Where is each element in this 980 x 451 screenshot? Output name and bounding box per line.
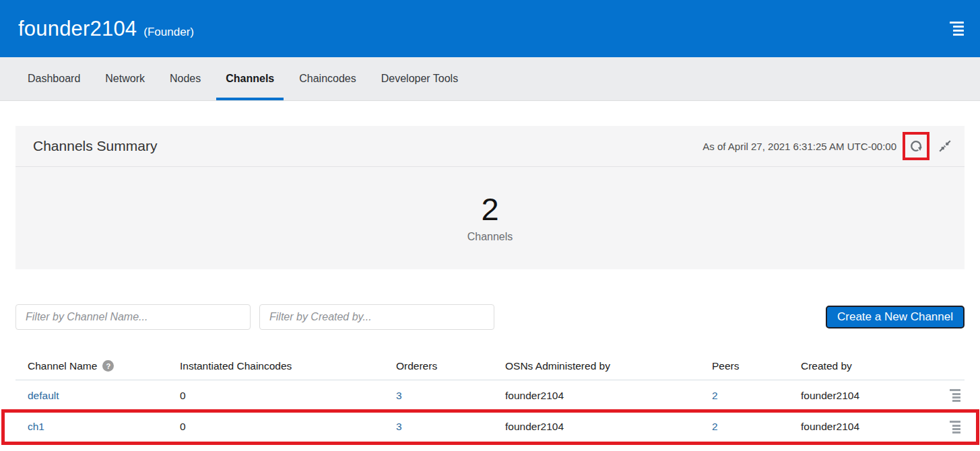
row-actions-menu-icon[interactable] (944, 419, 960, 435)
filter-created-by-input[interactable] (259, 304, 494, 330)
table-row-default: default 0 3 founder2104 2 founder2104 (15, 380, 965, 411)
cell-peers: 2 (712, 390, 801, 402)
menu-bar (953, 30, 964, 32)
menu-bar (952, 396, 960, 398)
panel-tools: As of April 27, 2021 6:31:25 AM UTC-00:0… (703, 132, 955, 160)
tab-nodes[interactable]: Nodes (160, 57, 210, 100)
channels-metric: 2 Channels (467, 193, 513, 243)
app-header: founder2104 (Founder) (0, 0, 980, 57)
cell-instantiated-chaincodes: 0 (180, 390, 396, 402)
column-peers: Peers (712, 360, 801, 372)
help-icon[interactable]: ? (102, 360, 114, 372)
menu-bar (952, 400, 960, 402)
tab-bar: Dashboard Network Nodes Channels Chainco… (0, 57, 980, 101)
tab-channels[interactable]: Channels (216, 57, 284, 100)
channel-link-ch1[interactable]: ch1 (28, 421, 44, 432)
page: founder2104 (Founder) Dashboard Network … (0, 0, 980, 451)
cell-osns-administered-by: founder2104 (505, 421, 712, 433)
channel-link-default[interactable]: default (28, 390, 59, 401)
cell-channel-name: ch1 (28, 421, 180, 433)
channels-count: 2 (467, 193, 513, 225)
orderers-link[interactable]: 3 (396, 390, 402, 401)
main-content: Channels Summary As of April 27, 2021 6:… (0, 101, 980, 442)
column-label: Channel Name (28, 360, 97, 372)
column-osns-administered-by: OSNs Administered by (505, 360, 712, 372)
page-title: founder2104 (18, 17, 137, 41)
cell-instantiated-chaincodes: 0 (180, 421, 396, 433)
orderers-link[interactable]: 3 (396, 421, 402, 432)
cell-created-by: founder2104 (801, 390, 934, 402)
cell-channel-name: default (28, 390, 180, 402)
tab-developer-tools[interactable]: Developer Tools (372, 57, 467, 100)
create-channel-button[interactable]: Create a New Channel (826, 306, 965, 328)
collapse-panel-button[interactable] (935, 136, 955, 156)
menu-bar (953, 34, 964, 36)
menu-bar (953, 26, 964, 28)
channels-summary-panel: Channels Summary As of April 27, 2021 6:… (15, 126, 965, 269)
menu-bar (952, 425, 960, 427)
column-channel-name: Channel Name ? (28, 360, 180, 372)
page-subtitle: (Founder) (143, 26, 194, 39)
channels-table: Channel Name ? Instantiated Chaincodes O… (15, 352, 965, 442)
filter-channel-name-input[interactable] (15, 304, 251, 330)
filter-toolbar: Create a New Channel (15, 304, 965, 330)
cell-orderers: 3 (396, 390, 505, 402)
as-of-timestamp: As of April 27, 2021 6:31:25 AM UTC-00:0… (703, 141, 896, 152)
tab-network[interactable]: Network (96, 57, 154, 100)
menu-bar (950, 22, 964, 24)
menu-bar (952, 393, 960, 395)
refresh-button[interactable] (903, 132, 929, 160)
cell-created-by: founder2104 (801, 421, 934, 433)
cell-peers: 2 (712, 421, 801, 433)
refresh-icon (909, 139, 923, 153)
collapse-icon (938, 139, 952, 153)
cell-orderers: 3 (396, 421, 505, 433)
header-menu-icon[interactable] (949, 19, 964, 38)
panel-body: 2 Channels (15, 167, 965, 269)
panel-header: Channels Summary As of April 27, 2021 6:… (15, 126, 965, 167)
peers-link[interactable]: 2 (712, 421, 718, 432)
menu-bar (950, 421, 960, 423)
column-created-by: Created by (801, 360, 934, 372)
cell-osns-administered-by: founder2104 (505, 390, 712, 402)
tab-chaincodes[interactable]: Chaincodes (290, 57, 366, 100)
panel-title: Channels Summary (33, 138, 157, 154)
table-row-ch1: ch1 0 3 founder2104 2 founder2104 (15, 411, 965, 442)
peers-link[interactable]: 2 (712, 390, 718, 401)
column-instantiated-chaincodes: Instantiated Chaincodes (180, 360, 396, 372)
menu-bar (950, 389, 960, 391)
menu-bar (952, 431, 960, 433)
menu-bar (952, 428, 960, 430)
column-orderers: Orderers (396, 360, 505, 372)
channels-count-label: Channels (467, 231, 513, 243)
row-actions-menu-icon[interactable] (944, 388, 960, 403)
app-title-group: founder2104 (Founder) (18, 17, 194, 41)
tab-dashboard[interactable]: Dashboard (18, 57, 90, 100)
table-header-row: Channel Name ? Instantiated Chaincodes O… (15, 352, 965, 380)
